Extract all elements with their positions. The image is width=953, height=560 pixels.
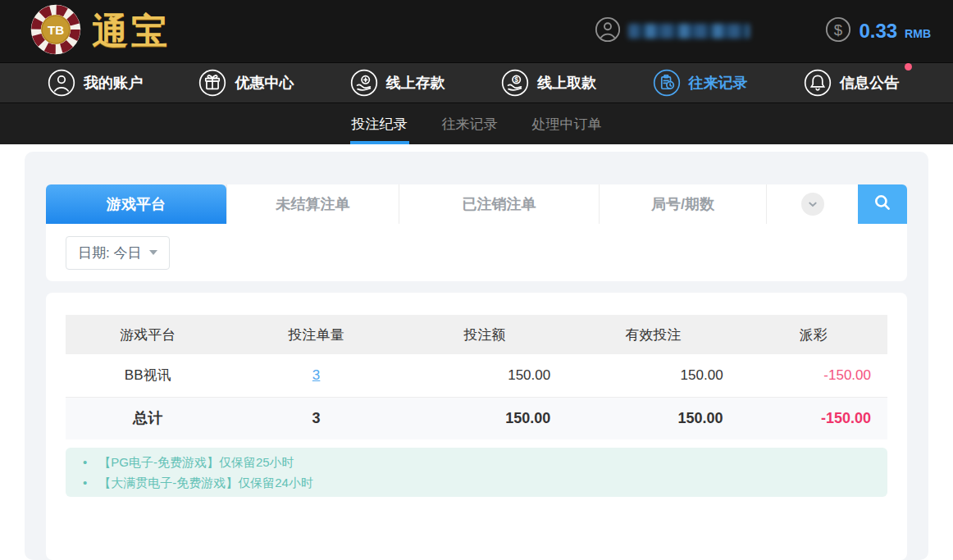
svg-text:$: $ bbox=[834, 21, 843, 39]
cell-valid-bet: 150.00 bbox=[567, 354, 739, 397]
tab-label: 游戏平台 bbox=[107, 194, 166, 214]
total-payout: -150.00 bbox=[740, 397, 887, 439]
svg-text:$: $ bbox=[515, 75, 519, 84]
round-number-input[interactable]: 局号/期数 bbox=[599, 184, 766, 224]
subnav-item-pending-orders[interactable]: 处理中订单 bbox=[532, 103, 602, 144]
more-options-dropdown[interactable] bbox=[766, 184, 858, 224]
main-nav: 我的账户 优惠中心 线上存款 bbox=[0, 62, 953, 103]
active-tab-underline bbox=[350, 141, 409, 144]
table-total-row: 总计 3 150.00 150.00 -150.00 bbox=[66, 397, 887, 439]
nav-label: 信息公告 bbox=[840, 73, 899, 93]
report-card: 游戏平台 投注单量 投注额 有效投注 派彩 BB视讯 3 150.00 150.… bbox=[46, 293, 907, 560]
cell-bet-count: 3 bbox=[230, 354, 402, 397]
balance-currency: RMB bbox=[905, 27, 931, 40]
col-header-platform: 游戏平台 bbox=[66, 315, 230, 354]
nav-item-deposit[interactable]: 线上存款 bbox=[350, 69, 445, 97]
total-bet-amount: 150.00 bbox=[403, 397, 567, 439]
cell-bet-amount: 150.00 bbox=[403, 354, 567, 397]
note-text: 【PG电子-免费游戏】仅保留25小时 bbox=[98, 452, 294, 472]
subnav-item-bet-records[interactable]: 投注纪录 bbox=[352, 103, 408, 144]
date-filter-label: 日期: 今日 bbox=[78, 244, 141, 262]
bet-summary-table: 游戏平台 投注单量 投注额 有效投注 派彩 BB视讯 3 150.00 150.… bbox=[66, 315, 887, 439]
subnav-label: 投注纪录 bbox=[352, 115, 408, 134]
search-button[interactable] bbox=[858, 184, 907, 224]
retention-notes: • 【PG电子-免费游戏】仅保留25小时 • 【大满贯电子-免费游戏】仅保留24… bbox=[66, 448, 887, 497]
nav-label: 线上存款 bbox=[386, 73, 445, 93]
col-header-valid-bet: 有效投注 bbox=[567, 315, 739, 354]
main-content: 游戏平台 未结算注单 已注销注单 局号/期数 bbox=[0, 144, 953, 560]
withdraw-icon: $ bbox=[501, 69, 529, 97]
table-row: BB视讯 3 150.00 150.00 -150.00 bbox=[66, 354, 887, 397]
caret-down-icon bbox=[149, 250, 157, 255]
subnav-item-transactions[interactable]: 往来记录 bbox=[442, 103, 498, 144]
brand-logo[interactable]: TB 通宝 bbox=[30, 3, 171, 59]
nav-item-my-account[interactable]: 我的账户 bbox=[48, 69, 143, 97]
nav-label: 优惠中心 bbox=[235, 73, 294, 93]
brand-name: 通宝 bbox=[92, 13, 171, 49]
cell-platform: BB视讯 bbox=[66, 354, 230, 397]
person-icon bbox=[48, 69, 75, 97]
bet-count-link[interactable]: 3 bbox=[312, 367, 320, 383]
report-tabbar: 游戏平台 未结算注单 已注销注单 局号/期数 bbox=[46, 184, 907, 224]
round-number-placeholder: 局号/期数 bbox=[651, 194, 714, 214]
nav-item-withdraw[interactable]: $ 线上取款 bbox=[501, 69, 596, 97]
tab-label: 未结算注单 bbox=[276, 194, 350, 214]
nav-label: 往来记录 bbox=[689, 73, 748, 93]
total-valid-bet: 150.00 bbox=[567, 397, 739, 439]
bullet-icon: • bbox=[83, 452, 87, 472]
balance-amount: 0.33 bbox=[859, 20, 897, 43]
nav-label: 我的账户 bbox=[84, 73, 143, 93]
content-panel: 游戏平台 未结算注单 已注销注单 局号/期数 bbox=[25, 152, 928, 560]
balance[interactable]: $ 0.33 RMB bbox=[825, 16, 931, 46]
filter-bar: 日期: 今日 bbox=[46, 224, 907, 281]
bullet-icon: • bbox=[83, 472, 87, 493]
note-text: 【大满贯电子-免费游戏】仅保留24小时 bbox=[98, 472, 313, 493]
tab-label: 已注销注单 bbox=[463, 194, 536, 214]
note-item: • 【大满贯电子-免费游戏】仅保留24小时 bbox=[66, 472, 887, 493]
tab-cancelled[interactable]: 已注销注单 bbox=[399, 184, 599, 224]
gift-icon bbox=[198, 69, 226, 97]
username-masked bbox=[628, 24, 750, 39]
nav-item-transactions[interactable]: 往来记录 bbox=[653, 69, 748, 97]
casino-chip-icon: TB bbox=[30, 3, 82, 59]
subnav-label: 往来记录 bbox=[442, 115, 498, 134]
nav-item-promotions[interactable]: 优惠中心 bbox=[198, 69, 294, 97]
tab-unsettled[interactable]: 未结算注单 bbox=[226, 184, 399, 224]
sub-nav: 投注纪录 往来记录 处理中订单 bbox=[0, 103, 953, 144]
nav-label: 线上取款 bbox=[537, 73, 596, 93]
col-header-bet-amount: 投注额 bbox=[403, 315, 567, 354]
subnav-label: 处理中订单 bbox=[532, 115, 602, 134]
total-bet-count: 3 bbox=[230, 397, 402, 439]
notification-dot bbox=[905, 63, 912, 71]
user-account[interactable] bbox=[595, 16, 750, 46]
tab-game-platform[interactable]: 游戏平台 bbox=[46, 184, 226, 224]
coin-dollar-icon: $ bbox=[825, 16, 851, 46]
nav-item-announcements[interactable]: 信息公告 bbox=[804, 69, 899, 97]
chevron-down-icon bbox=[801, 193, 824, 216]
search-icon bbox=[872, 192, 893, 216]
records-clipboard-icon bbox=[653, 69, 681, 97]
total-label: 总计 bbox=[66, 397, 230, 439]
note-item: • 【PG电子-免费游戏】仅保留25小时 bbox=[66, 452, 887, 472]
date-filter-dropdown[interactable]: 日期: 今日 bbox=[66, 236, 170, 270]
col-header-payout: 派彩 bbox=[740, 315, 887, 354]
cell-payout: -150.00 bbox=[740, 354, 887, 397]
svg-text:TB: TB bbox=[48, 23, 64, 37]
top-header: TB 通宝 $ 0.33 RMB bbox=[0, 0, 953, 62]
user-avatar-icon bbox=[595, 16, 621, 46]
bell-icon bbox=[804, 69, 832, 97]
col-header-bet-count: 投注单量 bbox=[230, 315, 402, 354]
deposit-icon bbox=[350, 69, 378, 97]
table-header-row: 游戏平台 投注单量 投注额 有效投注 派彩 bbox=[66, 315, 887, 354]
